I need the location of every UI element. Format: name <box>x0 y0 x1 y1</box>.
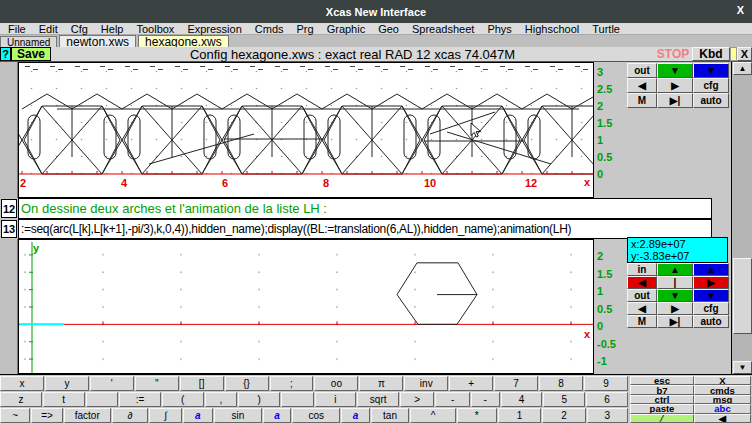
back-key[interactable]: ◀ <box>694 414 751 423</box>
keyboard-key[interactable]: t <box>43 392 85 407</box>
keyboard-key[interactable]: π <box>359 376 403 391</box>
keyboard-key[interactable]: ) <box>238 392 280 407</box>
line-number[interactable]: 12 <box>1 199 17 218</box>
keyboard-key[interactable]: inv <box>404 376 448 391</box>
keyboard-key[interactable]: sin <box>214 408 262 423</box>
tab-unnamed[interactable]: Unnamed <box>0 36 57 47</box>
keyboard-key[interactable]: x <box>0 376 44 391</box>
keyboard-key[interactable]: oo <box>314 376 358 391</box>
keyboard-key[interactable]: - <box>471 392 500 407</box>
keyboard-key[interactable]: [] <box>180 376 224 391</box>
paste-key[interactable]: paste <box>630 404 694 413</box>
step-button[interactable]: ▶| <box>657 93 693 108</box>
axis-bar-button[interactable]: | <box>657 276 693 289</box>
menu-item[interactable]: File <box>8 23 26 35</box>
command-line-input[interactable]: :=seq(arc(L[k],L[k+1],-pi/3),k,0,4)),hid… <box>18 219 712 239</box>
move-down-button[interactable]: ▼ <box>657 289 693 302</box>
menu-item[interactable]: Toolbox <box>136 23 174 35</box>
menu-item[interactable]: Turtle <box>592 23 620 35</box>
config-title[interactable]: Config hexagone.xws : exact real RAD 12 … <box>51 47 654 61</box>
scroll-up-icon[interactable]: ▲ <box>733 62 752 75</box>
scroll-down-icon[interactable]: ▼ <box>733 361 752 374</box>
keyboard-key[interactable]: i <box>315 392 357 407</box>
keyboard-key[interactable]: - <box>435 392 469 407</box>
menu-item[interactable]: Expression <box>187 23 241 35</box>
keyboard-key[interactable]: 3 <box>587 408 628 423</box>
keyboard-key[interactable]: 5 <box>543 392 585 407</box>
keyboard-key[interactable] <box>86 392 119 407</box>
rotate-left-button[interactable]: ◀ <box>627 276 657 289</box>
keyboard-key[interactable]: * <box>457 408 497 423</box>
window-close-icon[interactable]: X <box>737 4 744 16</box>
keyboard-key[interactable]: ' <box>90 376 134 391</box>
auto-button[interactable]: auto <box>693 315 729 328</box>
auto-button[interactable]: auto <box>693 93 729 108</box>
keyboard-key[interactable]: a <box>183 408 213 423</box>
keyboard-key[interactable]: ~ <box>0 408 30 423</box>
rotate-right-button[interactable]: ▶ <box>693 276 729 289</box>
x-key[interactable]: X <box>694 376 751 385</box>
keyboard-key[interactable]: := <box>119 392 161 407</box>
keyboard-key[interactable]: 2 <box>542 408 585 423</box>
abc-key[interactable]: abc <box>694 404 751 413</box>
menu-item[interactable]: Spreadsheet <box>412 23 474 35</box>
move-down-button[interactable]: ▼ <box>657 63 693 78</box>
keyboard-key[interactable]: => <box>31 408 63 423</box>
config-button[interactable]: cfg <box>693 302 729 315</box>
keyboard-key[interactable]: a <box>263 408 291 423</box>
msg-key[interactable]: msg <box>694 395 751 404</box>
tab-newton[interactable]: newton.xws <box>59 35 136 47</box>
move-down-fast-button[interactable]: ▼ <box>693 63 729 78</box>
keyboard-key[interactable]: sqrt <box>357 392 399 407</box>
config-button[interactable]: cfg <box>693 78 729 93</box>
step-button[interactable]: ▶| <box>657 315 693 328</box>
keyboard-key[interactable]: tan <box>371 408 410 423</box>
menu-item[interactable]: Phys <box>487 23 511 35</box>
comment-line-input[interactable]: On dessine deux arches et l'animation de… <box>18 198 712 219</box>
vertical-scrollbar[interactable]: ▲ ▼ <box>731 62 752 374</box>
keyboard-key[interactable]: 6 <box>586 392 628 407</box>
menu-item[interactable]: Prg <box>297 23 314 35</box>
scrollbar-thumb[interactable] <box>733 258 752 334</box>
zoom-out-button[interactable]: out <box>627 63 657 78</box>
keyboard-key[interactable]: 1 <box>498 408 541 423</box>
menu-button[interactable]: M <box>627 93 657 108</box>
zoom-out-button[interactable]: out <box>627 289 657 302</box>
keyboard-key[interactable]: a <box>341 408 369 423</box>
kbd-toggle-button[interactable]: Kbd <box>692 47 730 61</box>
tab-hexagone[interactable]: hexagone.xws <box>138 35 229 47</box>
keyboard-key[interactable]: " <box>135 376 179 391</box>
keyboard-key[interactable]: cos <box>292 408 340 423</box>
keyboard-key[interactable]: z <box>0 392 42 407</box>
b7-key[interactable]: b7 <box>630 385 694 394</box>
move-up-fast-button[interactable]: ▲ <box>693 263 729 276</box>
graph2-canvas[interactable] <box>18 239 594 374</box>
keyboard-key[interactable]: y <box>45 376 89 391</box>
menu-item[interactable]: Cmds <box>255 23 284 35</box>
keyboard-key[interactable]: 4 <box>501 392 543 407</box>
keyboard-key[interactable]: 7 <box>494 376 538 391</box>
keyboard-key[interactable]: ^ <box>410 408 455 423</box>
menu-item[interactable]: Cfg <box>71 23 88 35</box>
keyboard-key[interactable]: {} <box>225 376 269 391</box>
line-number[interactable]: 13 <box>1 220 17 238</box>
keyboard-key[interactable]: 9 <box>584 376 628 391</box>
save-button[interactable]: Save <box>11 47 51 61</box>
stop-button[interactable]: STOP <box>654 47 692 61</box>
keyboard-key[interactable] <box>281 392 314 407</box>
keyboard-key[interactable]: , <box>205 392 238 407</box>
keyboard-key[interactable]: ( <box>162 392 204 407</box>
menu-item[interactable]: Highschool <box>525 23 579 35</box>
menu-item[interactable]: Graphic <box>327 23 366 35</box>
pan-right-button[interactable]: ▶ <box>657 302 693 315</box>
keyboard-key[interactable]: ∂ <box>112 408 149 423</box>
menu-item[interactable]: Help <box>101 23 124 35</box>
session-close-button[interactable]: X <box>737 47 752 61</box>
pan-right-button[interactable]: ▶ <box>657 78 693 93</box>
move-up-button[interactable]: ▲ <box>657 263 693 276</box>
keyboard-key[interactable]: > <box>400 392 434 407</box>
pan-left-button[interactable]: ◀ <box>627 302 657 315</box>
cmds-key[interactable]: cmds <box>694 385 751 394</box>
menu-item[interactable]: Edit <box>39 23 58 35</box>
menu-item[interactable]: Geo <box>378 23 399 35</box>
